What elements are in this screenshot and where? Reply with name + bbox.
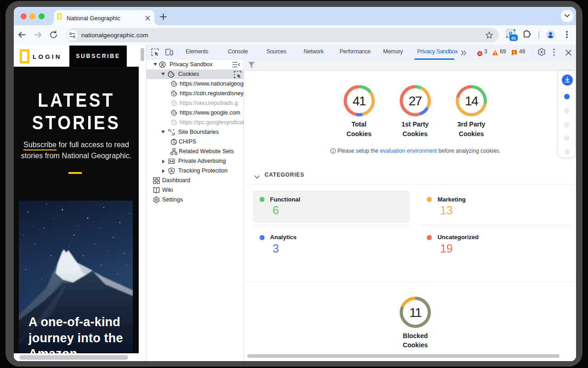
svg-text:41: 41 bbox=[511, 35, 516, 40]
